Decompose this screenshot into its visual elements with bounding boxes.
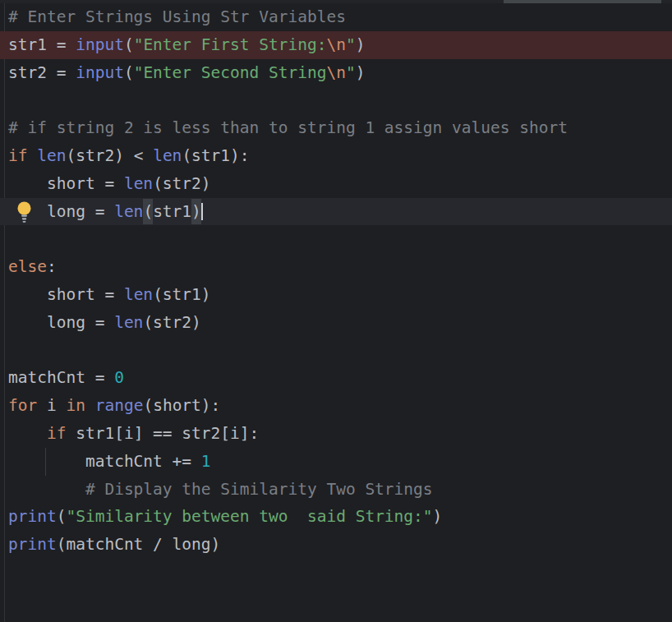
code-token: len: [114, 313, 143, 332]
code-token: if: [8, 146, 27, 165]
code-token: for: [8, 396, 37, 415]
code-token: print: [8, 535, 57, 554]
code-token: (: [143, 202, 153, 221]
code-line[interactable]: short = len(str1): [0, 281, 672, 309]
code-token: ": [346, 63, 356, 82]
code-token: (short):: [143, 396, 220, 415]
code-line[interactable]: matchCnt = 0: [0, 364, 672, 392]
code-line[interactable]: [0, 337, 672, 365]
code-token: matchCnt +=: [8, 452, 201, 471]
code-token: print: [8, 507, 57, 526]
code-token: long =: [8, 313, 114, 332]
code-token: 0: [114, 368, 124, 387]
code-token: [27, 146, 37, 165]
top-scrollbar: [0, 0, 672, 3]
code-token: \n: [326, 35, 345, 54]
indent-guide: [45, 448, 46, 476]
code-token: str1 =: [8, 35, 76, 54]
code-token: in: [66, 396, 85, 415]
code-token: str2 =: [8, 63, 76, 82]
code-line[interactable]: short = len(str2): [0, 170, 672, 198]
code-token: str1: [153, 202, 191, 221]
code-token: (: [124, 63, 134, 82]
code-line[interactable]: if len(str2) < len(str1):: [0, 142, 672, 170]
code-token: ): [356, 35, 366, 54]
code-line[interactable]: str1 = input("Enter First String:\n"): [0, 31, 672, 59]
code-token: ): [356, 63, 366, 82]
code-token: len: [124, 285, 153, 304]
code-token: len: [114, 202, 143, 221]
code-token: # Enter Strings Using Str Variables: [8, 7, 346, 26]
code-token: (str1):: [182, 146, 249, 165]
code-token: else: [8, 257, 47, 276]
code-line[interactable]: # Enter Strings Using Str Variables: [0, 3, 672, 31]
code-token: [8, 424, 47, 443]
code-token: "Enter First String:: [134, 35, 327, 54]
code-token: short =: [8, 285, 124, 304]
code-line[interactable]: [0, 86, 672, 114]
code-line[interactable]: else:: [0, 253, 672, 281]
code-token: (str2) <: [66, 146, 153, 165]
code-token: len: [124, 174, 153, 193]
code-token: range: [95, 396, 144, 415]
code-token: i: [37, 396, 66, 415]
code-token: "Enter Second String: [134, 63, 327, 82]
code-token: (: [124, 35, 134, 54]
code-line[interactable]: long = len(str2): [0, 309, 672, 337]
code-token: if: [47, 424, 66, 443]
code-line[interactable]: print(matchCnt / long): [0, 531, 672, 559]
code-token: \n: [326, 63, 345, 82]
code-line[interactable]: long = len(str1): [0, 198, 672, 226]
code-line[interactable]: # if string 2 is less than to string 1 a…: [0, 114, 672, 142]
code-line[interactable]: [0, 225, 672, 253]
intention-lightbulb-icon[interactable]: [17, 201, 31, 223]
code-line[interactable]: str2 = input("Enter Second String\n"): [0, 59, 672, 87]
code-token: input: [76, 63, 124, 82]
code-token: 1: [201, 452, 211, 471]
code-token: ): [433, 507, 443, 526]
code-token: # Display the Similarity Two Strings: [85, 480, 433, 499]
text-caret: [201, 203, 203, 220]
code-token: [85, 396, 95, 415]
code-token: (: [57, 507, 67, 526]
code-token: len: [37, 146, 66, 165]
code-token: (str2): [153, 174, 210, 193]
code-token: ": [346, 35, 356, 54]
code-line[interactable]: # Display the Similarity Two Strings: [0, 476, 672, 504]
top-scrollbar-thumb[interactable]: [504, 0, 661, 3]
code-token: (matchCnt / long): [57, 535, 221, 554]
code-token: (str1): [153, 285, 210, 304]
code-line[interactable]: matchCnt += 1: [0, 448, 672, 476]
code-token: len: [153, 146, 182, 165]
code-area: # Enter Strings Using Str Variablesstr1 …: [0, 3, 672, 559]
code-token: :: [47, 257, 57, 276]
code-token: input: [76, 35, 124, 54]
code-token: matchCnt =: [8, 368, 114, 387]
code-line[interactable]: if str1[i] == str2[i]:: [0, 420, 672, 448]
code-token: (str2): [143, 313, 200, 332]
code-token: # if string 2 is less than to string 1 a…: [8, 118, 568, 137]
code-line[interactable]: print("Similarity between two said Strin…: [0, 503, 672, 531]
code-token: "Similarity between two said String:": [66, 507, 432, 526]
code-token: [8, 480, 85, 499]
code-token: short =: [8, 174, 124, 193]
code-token: ): [191, 202, 201, 221]
code-token: str1[i] == str2[i]:: [66, 424, 259, 443]
code-line[interactable]: for i in range(short):: [0, 392, 672, 420]
